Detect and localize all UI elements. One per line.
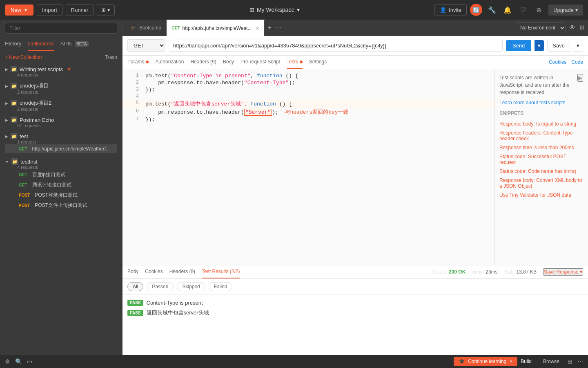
resp-tab-headers[interactable]: Headers (9): [169, 265, 195, 278]
chevron-icon: ▶: [5, 134, 8, 139]
close-learning-icon[interactable]: ×: [510, 359, 512, 364]
bootcamp-icon: 🎓: [131, 25, 137, 31]
upgrade-button[interactable]: Upgrade ▾: [548, 4, 583, 16]
snippet-response-headers-content-type[interactable]: Response headers: Content-Type header ch…: [499, 128, 583, 143]
snippet-tiny-validator[interactable]: Use Tiny Validator for JSON data: [499, 191, 583, 200]
method-select[interactable]: GET POST PUT DELETE: [127, 39, 165, 52]
req-tab-authorization[interactable]: Authorization: [155, 56, 184, 69]
tab-request[interactable]: GET http://apis.juhe.cn/simpleWeat... ×: [167, 20, 265, 36]
workspace-button[interactable]: ⊞ My Workspace ▾: [249, 7, 300, 13]
sidebar-tab-apis[interactable]: APIs BETA: [60, 37, 88, 51]
code-link[interactable]: Code: [571, 59, 583, 65]
resp-tab-test-results[interactable]: Test Results (2/2): [202, 265, 240, 278]
req-tab-pre-request[interactable]: Pre-request Script: [241, 56, 280, 69]
new-collection-button[interactable]: + New Collection: [5, 54, 42, 60]
environment-select[interactable]: No Environment: [515, 22, 566, 33]
snippet-response-time[interactable]: Response time is less than 200ms: [499, 143, 583, 152]
search-bottom-icon[interactable]: 🔍: [15, 358, 22, 365]
req-tab-body[interactable]: Body: [223, 56, 234, 69]
new-button[interactable]: New ▼: [5, 4, 33, 16]
save-dropdown-button[interactable]: ▾: [573, 40, 583, 52]
send-dropdown-button[interactable]: ▾: [535, 40, 544, 51]
collection-test[interactable]: ▶ 📁 test 1 request GET http://apis.juhe.…: [0, 130, 122, 156]
tab-bar: 🎓 Bootcamp GET http://apis.juhe.cn/simpl…: [122, 20, 588, 36]
eye-icon[interactable]: 👁: [569, 24, 576, 31]
filter-skipped-button[interactable]: Skipped: [177, 282, 205, 291]
method-post-badge: POST: [17, 193, 31, 198]
req-tab-settings[interactable]: Settings: [309, 56, 327, 69]
sidebar-tab-history[interactable]: History: [5, 37, 21, 51]
mode-button[interactable]: ⊞ ▾: [97, 4, 115, 16]
cookies-link[interactable]: Cookies: [549, 59, 566, 65]
collection-testfirst[interactable]: ▼ 📁 testfirst 4 requests GET 百度ip接口测试 GE…: [0, 156, 122, 213]
build-button[interactable]: Build: [517, 358, 535, 365]
collection-writing-test[interactable]: ▶ 📁 Writing test scripts ★ 4 requests: [0, 63, 122, 80]
filter-passed-button[interactable]: Passed: [147, 282, 174, 291]
editor-area: 1 pm.test("Content-Type is present", fun…: [122, 69, 588, 265]
request-item-get[interactable]: GET http://apis.juhe.cn/simpleWeather/..…: [5, 144, 117, 153]
settings-icon[interactable]: ⚙: [579, 24, 585, 31]
snippet-status-code-name[interactable]: Status code: Code name has string: [499, 167, 583, 176]
expand-snippets-button[interactable]: ▶: [577, 74, 583, 82]
request-item-post-login[interactable]: POST POST登录接口测试: [5, 190, 117, 200]
more-icon[interactable]: ⋯: [577, 358, 583, 365]
add-tab-button[interactable]: +: [268, 24, 272, 31]
sidebar-tab-collections[interactable]: Collections: [28, 37, 54, 51]
console-bottom-icon[interactable]: ▭: [27, 358, 32, 365]
cookies-code-area: Cookies Code: [549, 59, 583, 65]
req-tab-params[interactable]: Params: [127, 56, 149, 69]
req-tab-tests[interactable]: Tests: [287, 56, 303, 69]
collection-cnodejs[interactable]: ▶ 📁 cnodejs项目 2 requests: [0, 80, 122, 97]
tab-close-icon[interactable]: ×: [256, 25, 259, 31]
save-button[interactable]: Save: [547, 40, 570, 52]
request-item-baidu[interactable]: GET 百度ip接口测试: [5, 170, 117, 180]
code-line-2: 2 pm.response.to.have.header("Content-Ty…: [122, 79, 494, 86]
grid-icon: ⊞: [249, 7, 254, 13]
req-tab-headers[interactable]: Headers (9): [190, 56, 216, 69]
wrench-icon[interactable]: 🔧: [486, 4, 498, 16]
topbar: New ▼ Import Runner ⊞ ▾ ⊞ My Workspace ▾…: [0, 0, 588, 20]
collection-cnodejs2[interactable]: ▶ 📁 cnodejs项目2 2 requests: [0, 97, 122, 114]
more-tabs-button[interactable]: ⋯: [275, 24, 281, 31]
browse-button[interactable]: Browse: [540, 358, 563, 365]
method-get-badge: GET: [17, 146, 29, 152]
collections-list: ▶ 📁 Writing test scripts ★ 4 requests ▶ …: [0, 63, 122, 355]
url-input[interactable]: [169, 40, 503, 52]
heart-icon[interactable]: ♡: [517, 4, 529, 16]
import-button[interactable]: Import: [37, 4, 62, 16]
method-get-badge: GET: [17, 182, 29, 188]
request-item-post-upload[interactable]: POST POST文件上传接口测试: [5, 200, 117, 211]
request-item-tencent[interactable]: GET 腾讯评论接口测试: [5, 180, 117, 190]
bell-icon[interactable]: 🔔: [502, 4, 513, 16]
trash-button[interactable]: Trash: [105, 54, 117, 60]
tab-bootcamp[interactable]: 🎓 Bootcamp: [126, 20, 167, 36]
test-result-item-2: PASS 返回头域中包含server头域: [127, 307, 583, 318]
code-editor[interactable]: 1 pm.test("Content-Type is present", fun…: [122, 69, 494, 265]
sync-icon[interactable]: 🔄: [470, 4, 482, 16]
resp-tab-cookies[interactable]: Cookies: [145, 265, 163, 278]
continue-learning-button[interactable]: 🎓 Continue learning ×: [454, 357, 517, 366]
learn-more-link[interactable]: Learn more about tests scripts: [499, 100, 565, 105]
snippet-response-body-equal[interactable]: Response body: Is equal to a string: [499, 119, 583, 128]
request-nav: Params Authorization Headers (9) Body Pr…: [122, 56, 588, 69]
settings-bottom-icon[interactable]: ⚙: [5, 358, 10, 365]
resp-tab-body[interactable]: Body: [127, 265, 138, 278]
filter-all-button[interactable]: All: [127, 282, 143, 291]
layout-icon[interactable]: ⊞: [568, 358, 572, 365]
search-input[interactable]: [5, 23, 117, 34]
chevron-icon: ▶: [5, 84, 8, 88]
send-button[interactable]: Send: [506, 40, 531, 51]
runner-button[interactable]: Runner: [66, 4, 94, 16]
save-response-button[interactable]: Save Response ▾: [543, 268, 583, 276]
snippet-convert-xml[interactable]: Response body: Convert XML body to a JSO…: [499, 176, 583, 191]
chevron-icon: ▶: [5, 67, 8, 72]
snippet-status-post[interactable]: Status code: Successful POST request: [499, 152, 583, 167]
invite-button[interactable]: 👤 Invite: [434, 4, 467, 16]
plus-icon[interactable]: ⊕: [533, 4, 544, 16]
folder-icon: 📁: [11, 133, 17, 139]
filter-failed-button[interactable]: Failed: [209, 282, 233, 291]
test-name: 返回头域中包含server头域: [147, 309, 209, 316]
highlighted-server: "Server": [244, 109, 272, 116]
collection-postman-echo[interactable]: ▶ 📁 Postman Echo 37 requests: [0, 114, 122, 130]
sidebar-search-area: [0, 20, 122, 37]
